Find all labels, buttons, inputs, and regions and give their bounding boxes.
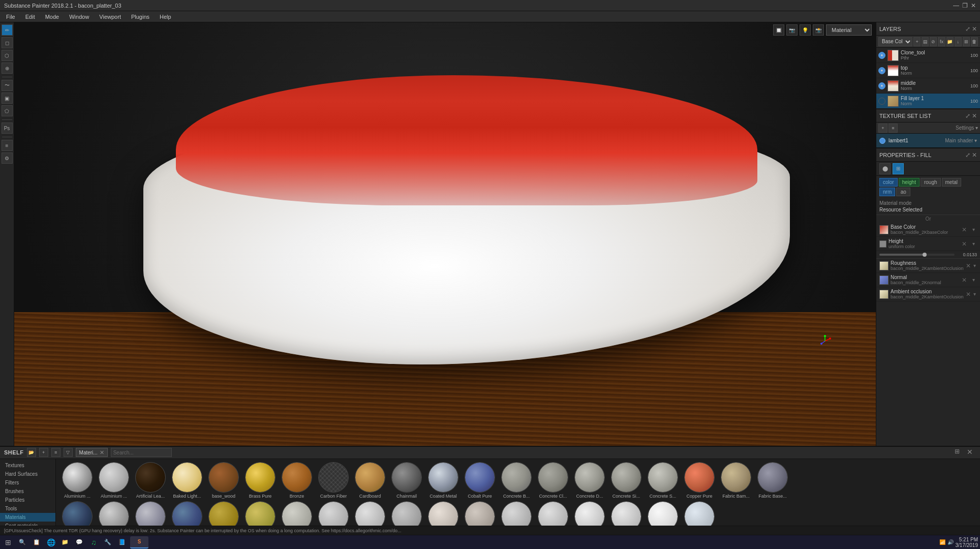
shelf-item-cardboard[interactable]: Cardboard <box>353 462 387 499</box>
shelf-item-baked-light[interactable]: Baked Light... <box>170 462 204 499</box>
layer-bake-btn[interactable]: ⊞ <box>963 37 970 46</box>
roughness-swatch[interactable] <box>879 261 889 270</box>
texture-set-add-btn[interactable]: + <box>878 124 887 133</box>
menu-window[interactable]: Window <box>65 13 93 21</box>
shelf-item-concrete-b[interactable]: Concrete B... <box>499 462 534 499</box>
taskbar-settings-btn[interactable]: 🔧 <box>102 536 114 548</box>
tool-smudge[interactable]: 〜 <box>2 80 13 91</box>
shelf-cat-materials[interactable]: Materials <box>0 513 55 522</box>
shelf-item-aluminium-brushed[interactable]: Aluminium ... <box>60 462 95 499</box>
taskbar-search-btn[interactable]: 🔍 <box>16 536 28 548</box>
taskbar-teams-btn[interactable]: 📘 <box>116 536 128 548</box>
menu-plugins[interactable]: Plugins <box>127 13 154 21</box>
base-color-swatch[interactable] <box>879 225 889 234</box>
tool-polygon-fill[interactable]: ⬠ <box>2 105 13 116</box>
taskbar-chrome-btn[interactable]: 🌐 <box>45 536 57 548</box>
maximize-button[interactable]: ❐ <box>962 2 968 9</box>
viewport-icon-light[interactable]: 💡 <box>800 24 811 36</box>
tool-ps[interactable]: Ps <box>2 123 13 134</box>
shelf-funnel-icon[interactable]: ▽ <box>64 448 73 457</box>
ao-swatch[interactable] <box>879 290 889 299</box>
layer-delete-btn[interactable]: 🗑 <box>971 37 978 46</box>
shelf-cat-textures[interactable]: Textures <box>0 461 55 470</box>
display-mode-dropdown[interactable]: Material Base Color Metallic Roughness <box>826 24 872 36</box>
shelf-item-copper-pure[interactable]: Copper Pure <box>682 462 717 499</box>
shelf-item-concrete-s[interactable]: Concrete S... <box>646 462 680 499</box>
properties-expand-icon[interactable]: ⤢ <box>965 151 970 159</box>
taskbar-task-view-btn[interactable]: 📋 <box>30 536 43 548</box>
texture-set-lambert1[interactable]: lambert1 Main shader ▾ <box>876 134 980 148</box>
channel-ao-btn[interactable]: ao <box>896 188 910 196</box>
height-close-btn[interactable]: ✕ <box>961 240 968 248</box>
shelf-cat-tools[interactable]: Tools <box>0 504 55 513</box>
taskbar-explorer-btn[interactable]: 📁 <box>59 536 71 548</box>
layer-row-clone-tool[interactable]: ● Clone_tool Pthr 100 <box>876 48 980 63</box>
window-controls[interactable]: — ❐ ✕ <box>953 2 976 9</box>
shelf-item-aluminium[interactable]: Aluminium ... <box>97 462 131 499</box>
channel-rough-btn[interactable]: rough <box>921 178 941 187</box>
shelf-search-input[interactable] <box>111 448 172 457</box>
texture-set-shader[interactable]: Main shader ▾ <box>945 138 977 143</box>
shelf-item-fabric-bam[interactable]: Fabric Bam... <box>719 462 753 499</box>
channel-color-btn[interactable]: color <box>879 178 898 187</box>
shelf-new-btn[interactable]: + <box>39 448 48 457</box>
shelf-filter-tag-close[interactable]: ✕ <box>100 449 104 456</box>
shelf-item-brass-pure[interactable]: Brass Pure <box>243 462 278 499</box>
menu-edit[interactable]: Edit <box>21 13 39 21</box>
viewport-icon-camera[interactable]: 📷 <box>786 24 798 36</box>
shelf-item-base-wood[interactable]: base_wood <box>206 462 241 499</box>
shelf-filter-btn[interactable]: ≡ <box>51 448 60 457</box>
menu-file[interactable]: File <box>2 13 19 21</box>
channel-height-btn[interactable]: height <box>899 178 920 187</box>
height-expand-btn[interactable]: ▾ <box>970 240 977 248</box>
shelf-item-cobalt-pure[interactable]: Cobalt Pure <box>463 462 497 499</box>
taskbar-substance-btn[interactable]: S <box>130 536 148 548</box>
layer-row-middle[interactable]: ● middle Norm 100 <box>876 78 980 94</box>
layer-import-btn[interactable]: ↓ <box>955 37 962 46</box>
menu-mode[interactable]: Mode <box>41 13 64 21</box>
minimize-button[interactable]: — <box>953 2 959 9</box>
shelf-item-fabric-base[interactable]: Fabric Base... <box>755 462 790 499</box>
layer-vis-top[interactable]: ● <box>878 67 885 74</box>
channel-metal-btn[interactable]: metal <box>942 178 961 187</box>
shelf-item-bronze[interactable]: Bronze <box>280 462 314 499</box>
tool-paint[interactable]: ✏ <box>2 24 13 36</box>
layer-add-fill-btn[interactable]: ▤ <box>922 37 929 46</box>
layer-vis-clone[interactable]: ● <box>878 52 885 59</box>
height-swatch[interactable] <box>879 240 886 248</box>
texture-set-close-icon[interactable]: ✕ <box>972 112 977 119</box>
shelf-open-folder-btn[interactable]: 📂 <box>27 448 36 457</box>
tool-eraser[interactable]: ◻ <box>2 37 13 48</box>
prop-icon-channels[interactable]: ⊞ <box>893 163 904 174</box>
taskbar-spotify-btn[interactable]: ♫ <box>87 536 100 548</box>
layers-close-icon[interactable]: ✕ <box>972 25 977 33</box>
shelf-item-concrete-si[interactable]: Concrete Si... <box>609 462 644 499</box>
normal-swatch[interactable] <box>879 276 889 285</box>
height-slider[interactable] <box>879 254 955 256</box>
layer-add-paint-btn[interactable]: + <box>913 37 921 46</box>
shelf-item-concrete-cl[interactable]: Concrete Cl... <box>536 462 570 499</box>
layer-vis-middle[interactable]: ● <box>878 82 885 89</box>
base-color-close-btn[interactable]: ✕ <box>961 226 968 233</box>
shelf-item-carbon-fiber[interactable]: Carbon Fiber <box>316 462 351 499</box>
channel-nrm-btn[interactable]: nrm <box>879 188 895 196</box>
tool-projection[interactable]: ⬡ <box>2 50 13 61</box>
texture-set-settings-btn[interactable]: Settings ▾ <box>956 125 978 131</box>
layer-row-top[interactable]: ● top Norm 100 <box>876 63 980 78</box>
prop-icon-sphere[interactable]: ⬤ <box>879 163 891 174</box>
tool-clone[interactable]: ⊕ <box>2 63 13 74</box>
shelf-item-artificial-leather[interactable]: Artificial Lea... <box>133 462 168 499</box>
properties-close-icon[interactable]: ✕ <box>972 151 977 159</box>
texture-set-list-btn[interactable]: ≡ <box>889 124 898 133</box>
shelf-cat-filters[interactable]: Filters <box>0 478 55 487</box>
close-button[interactable]: ✕ <box>971 2 976 9</box>
shelf-cat-hard-surfaces[interactable]: Hard Surfaces <box>0 470 55 478</box>
menu-help[interactable]: Help <box>156 13 175 21</box>
ao-expand-btn[interactable]: ▾ <box>973 291 977 298</box>
menu-viewport[interactable]: Viewport <box>95 13 125 21</box>
shelf-item-chainmail[interactable]: Chainmail <box>389 462 424 499</box>
viewport-icon-render[interactable]: 🔲 <box>773 24 784 36</box>
base-color-expand-btn[interactable]: ▾ <box>970 226 977 233</box>
shelf-collapse-btn[interactable]: ✕ <box>967 448 976 457</box>
roughness-close-btn[interactable]: ✕ <box>966 262 971 269</box>
